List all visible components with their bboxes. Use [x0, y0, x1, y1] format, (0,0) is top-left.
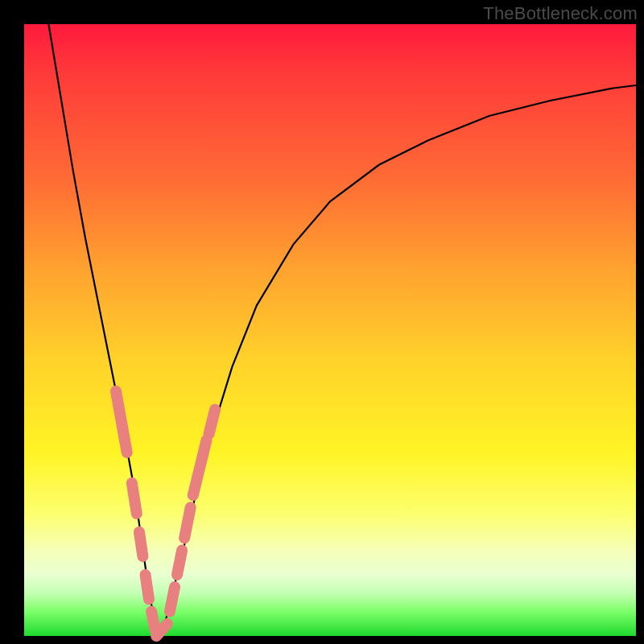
- plot-area: [24, 24, 636, 636]
- watermark-text: TheBottleneck.com: [483, 3, 638, 24]
- sample-marker: [177, 551, 182, 575]
- sample-marker: [116, 391, 127, 452]
- sample-marker: [209, 410, 216, 434]
- chart-frame: TheBottleneck.com: [0, 0, 644, 644]
- sample-marker: [139, 532, 143, 556]
- sample-marker: [184, 507, 191, 538]
- sample-marker: [151, 612, 155, 630]
- curve-layer: [24, 24, 636, 636]
- sample-marker: [146, 575, 150, 599]
- sample-marker: [193, 440, 207, 495]
- sample-marker: [132, 483, 137, 514]
- sample-marker: [170, 587, 175, 611]
